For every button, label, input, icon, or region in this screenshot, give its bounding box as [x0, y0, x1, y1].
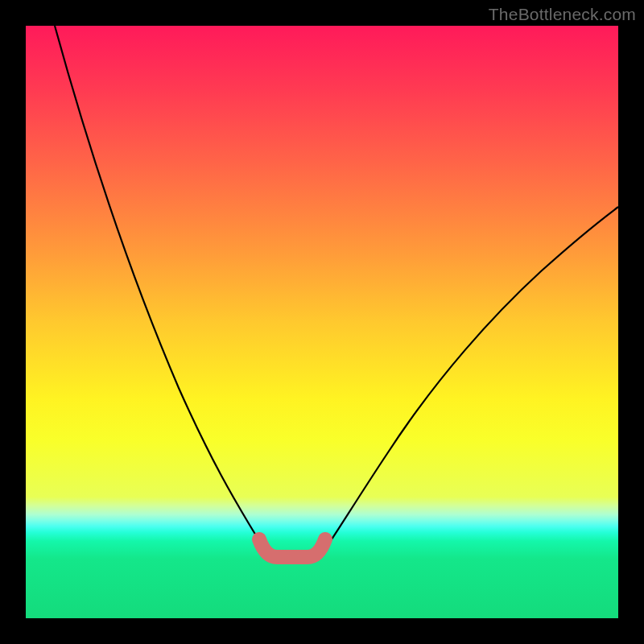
chart-frame: TheBottleneck.com: [0, 0, 644, 644]
watermark-text: TheBottleneck.com: [489, 5, 636, 24]
bottom-hump: [259, 539, 325, 557]
plot-area: [26, 26, 618, 618]
chart-canvas: [26, 26, 618, 618]
right-curve-line: [320, 207, 618, 557]
left-curve-line: [55, 26, 269, 558]
